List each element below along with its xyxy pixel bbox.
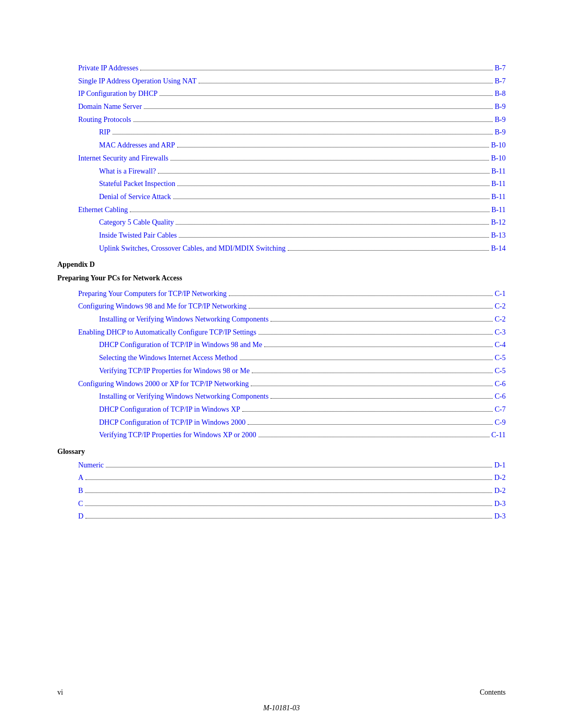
toc-dots [179,237,489,238]
toc-entry: NumericD-1 [57,460,506,471]
toc-entry-page: C-5 [495,365,506,377]
toc-entry-label[interactable]: Installing or Verifying Windows Networki… [99,391,268,402]
toc-entry-page: C-9 [495,417,506,428]
toc-dots [140,70,493,70]
footer-left: vi [57,688,63,697]
toc-entry-page: D-2 [494,485,506,497]
toc-entry-page: B-13 [491,230,506,241]
toc-entry: Denial of Service AttackB-11 [57,191,506,203]
toc-entry-page: C-3 [495,327,506,338]
toc-dots [85,492,492,493]
footer-center: M-10181-03 [0,704,563,712]
toc-dots [106,467,492,467]
toc-entry-page: B-11 [492,191,506,203]
toc-entry-label[interactable]: Numeric [78,460,104,471]
toc-dots [85,505,492,506]
toc-entry-label[interactable]: D [78,511,83,522]
toc-dots [264,347,493,347]
toc-entry-label[interactable]: Configuring Windows 98 and Me for TCP/IP… [78,301,247,312]
toc-entry-page: C-2 [495,314,506,325]
toc-entry-label[interactable]: Enabling DHCP to Automatically Configure… [78,327,256,338]
toc-dots [240,360,493,360]
toc-entry: Stateful Packet InspectionB-11 [57,178,506,190]
appendix-d-subtext: Preparing Your PCs for Network Access [57,274,182,282]
toc-dots [170,160,489,161]
toc-entry-label[interactable]: Category 5 Cable Quality [99,217,174,228]
footer: vi Contents [57,688,506,697]
toc-entry-page: C-11 [492,429,506,441]
toc-entry-label[interactable]: Internet Security and Firewalls [78,153,168,164]
toc-entry-page: B-11 [492,178,506,190]
toc-entry: Installing or Verifying Windows Networki… [57,391,506,402]
toc-entry-label[interactable]: DHCP Configuration of TCP/IP in Windows … [99,404,240,415]
toc-entry-page: B-7 [495,63,506,74]
toc-entry: DHCP Configuration of TCP/IP in Windows … [57,417,506,428]
toc-entry: Internet Security and FirewallsB-10 [57,153,506,164]
toc-entry-label[interactable]: Verifying TCP/IP Properties for Windows … [99,365,250,377]
toc-entry-label[interactable]: Domain Name Server [78,101,142,113]
toc-entry-page: B-9 [495,114,506,126]
toc-entry-label[interactable]: DHCP Configuration of TCP/IP in Windows … [99,417,246,428]
toc-dots [249,308,493,309]
toc-entry-page: C-4 [495,339,506,351]
toc-dots [160,95,493,96]
toc-dots [177,147,489,147]
toc-entry-label[interactable]: Verifying TCP/IP Properties for Windows … [99,429,256,441]
toc-dots [259,437,489,437]
toc-entry: AD-2 [57,472,506,484]
toc-entry-label[interactable]: A [78,472,83,484]
toc-entry-label[interactable]: Stateful Packet Inspection [99,178,175,190]
toc-entry-label[interactable]: Preparing Your Computers for TCP/IP Netw… [78,288,227,300]
toc-entry-label[interactable]: MAC Addresses and ARP [99,140,175,151]
toc-dots [113,134,493,134]
appendix-d-header: Appendix D [57,259,506,270]
toc-entry: BD-2 [57,485,506,497]
toc-entry: Verifying TCP/IP Properties for Windows … [57,429,506,441]
toc-entry-page: C-7 [495,404,506,415]
toc-entry-label[interactable]: What is a Firewall? [99,166,156,177]
toc-dots [158,173,489,174]
toc-entry-label[interactable]: B [78,485,83,497]
toc-entry: MAC Addresses and ARPB-10 [57,140,506,151]
toc-entry: Ethernet CablingB-11 [57,204,506,216]
toc-entry-label[interactable]: RIP [99,127,111,138]
toc-entry-label[interactable]: Single IP Address Operation Using NAT [78,76,197,87]
toc-appendix-d: Preparing Your Computers for TCP/IP Netw… [57,288,506,441]
toc-entry: What is a Firewall?B-11 [57,166,506,177]
toc-entry: Uplink Switches, Crossover Cables, and M… [57,243,506,254]
toc-entry-label[interactable]: Uplink Switches, Crossover Cables, and M… [99,243,286,254]
toc-entry: Installing or Verifying Windows Networki… [57,314,506,325]
toc-entry-label[interactable]: Ethernet Cabling [78,204,128,216]
toc-dots [271,321,493,322]
toc-entry-label[interactable]: C [78,498,83,510]
toc-entry-label[interactable]: Denial of Service Attack [99,191,171,203]
toc-entry-label[interactable]: Configuring Windows 2000 or XP for TCP/I… [78,378,249,390]
appendix-d-label: Appendix D [57,261,95,268]
toc-dots [130,212,489,212]
glossary-label: Glossary [57,448,85,455]
toc-entry-label[interactable]: Private IP Addresses [78,63,138,74]
toc-entry: Routing ProtocolsB-9 [57,114,506,126]
toc-entry-page: C-1 [495,288,506,300]
toc-entry: DHCP Configuration of TCP/IP in Windows … [57,404,506,415]
toc-entry-label[interactable]: Inside Twisted Pair Cables [99,230,177,241]
toc-entry-page: B-11 [492,204,506,216]
toc-entry: DD-3 [57,511,506,522]
toc-entry-page: D-2 [494,472,506,484]
toc-entry-label[interactable]: Selecting the Windows Internet Access Me… [99,352,238,364]
toc-entry: IP Configuration by DHCPB-8 [57,88,506,100]
toc-entry: Category 5 Cable QualityB-12 [57,217,506,228]
toc-entry-page: D-3 [494,511,506,522]
toc-dots [173,199,489,199]
toc-dots [251,386,493,386]
toc-entry: Selecting the Windows Internet Access Me… [57,352,506,364]
toc-entry-label[interactable]: IP Configuration by DHCP [78,88,157,100]
toc-entry: Single IP Address Operation Using NATB-7 [57,76,506,87]
toc-entry-label[interactable]: Routing Protocols [78,114,131,126]
toc-entry-page: B-7 [495,76,506,87]
toc-entry-page: C-6 [495,378,506,390]
toc-entry-page: D-1 [494,460,506,471]
toc-entry-label[interactable]: DHCP Configuration of TCP/IP in Windows … [99,339,262,351]
toc-entry-label[interactable]: Installing or Verifying Windows Networki… [99,314,268,325]
toc-entry-page: B-14 [491,243,506,254]
